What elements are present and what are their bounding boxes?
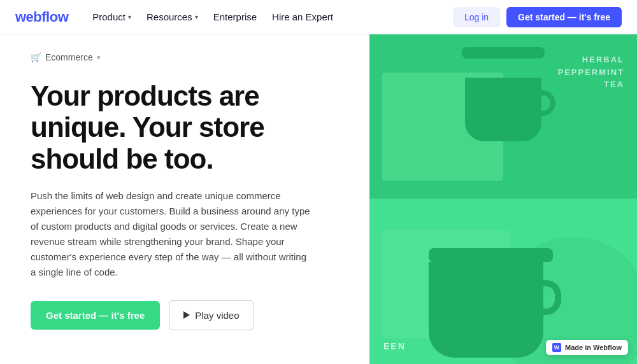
left-panel: 🛒 Ecommerce ▾ Your products are unique. … [0,34,369,364]
nav-hire-expert[interactable]: Hire an Expert [266,8,340,26]
cta-buttons: Get started — it's free Play video [31,300,339,330]
cup-body-top [465,78,541,141]
login-button[interactable]: Log in [453,7,500,27]
product-label-line3: TEA [557,78,624,91]
navbar: webflow Product ▾ Resources ▾ Enterprise… [0,0,637,34]
nav-product-chevron: ▾ [128,13,131,20]
play-video-label: Play video [195,310,239,321]
nav-product-label: Product [92,11,125,22]
product-label-line2: PEPPERMINT [557,66,624,79]
cta-secondary-button[interactable]: Play video [169,300,254,330]
product-label-line1: HERBAL [557,53,624,66]
cup-handle-top [541,90,555,116]
nav-enterprise-label: Enterprise [213,11,257,22]
cart-icon: 🛒 [31,52,41,62]
nav-hire-expert-label: Hire an Expert [272,11,333,22]
cup-body-bottom [429,262,543,358]
nav-product[interactable]: Product ▾ [86,8,138,26]
bottom-label-text: EEN [383,341,406,351]
cup-rim-top [462,47,545,59]
bottom-label: EEN [383,341,406,351]
cup-top [452,47,554,149]
main-content: 🛒 Ecommerce ▾ Your products are unique. … [0,34,637,364]
cup-rim-bottom [429,248,553,262]
product-label: HERBAL PEPPERMINT TEA [557,53,624,91]
nav-enterprise[interactable]: Enterprise [207,8,263,26]
nav-resources[interactable]: Resources ▾ [140,8,204,26]
product-image-top: HERBAL PEPPERMINT TEA [369,34,637,200]
signup-button[interactable]: Get started — it's free [506,7,622,27]
product-image-bottom: EEN [369,199,637,364]
breadcrumb-label: Ecommerce [45,52,93,62]
breadcrumb[interactable]: 🛒 Ecommerce ▾ [31,52,339,62]
hero-description: Push the limits of web design and create… [31,188,311,280]
webflow-badge-text: Made in Webflow [565,344,622,351]
right-panel: HERBAL PEPPERMINT TEA EEN [369,34,637,364]
nav-resources-label: Resources [147,11,192,22]
right-panel-inner: HERBAL PEPPERMINT TEA EEN [369,34,637,364]
nav-items: Product ▾ Resources ▾ Enterprise Hire an… [86,8,453,26]
nav-actions: Log in Get started — it's free [453,7,622,27]
cup-bottom-container [429,248,553,358]
webflow-logo[interactable]: webflow [15,9,68,25]
play-icon [183,311,190,319]
breadcrumb-chevron-icon: ▾ [97,53,101,62]
nav-resources-chevron: ▾ [195,13,198,20]
hero-heading: Your products are unique. Your store sho… [31,80,339,174]
webflow-badge-icon: W [552,343,561,352]
cta-primary-button[interactable]: Get started — it's free [31,301,160,330]
made-in-webflow-badge[interactable]: W Made in Webflow [546,340,628,355]
